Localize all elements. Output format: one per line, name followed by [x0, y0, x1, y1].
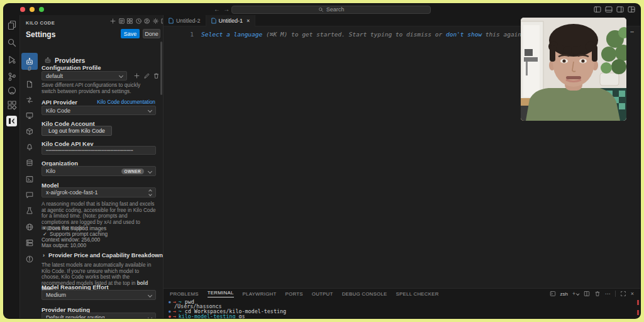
- settings-gear-icon[interactable]: [152, 18, 159, 25]
- robot-icon: [44, 57, 52, 64]
- split-terminal-icon[interactable]: [584, 291, 590, 297]
- divider: [615, 291, 616, 297]
- toggle-secondary-sidebar-icon[interactable]: [616, 6, 624, 13]
- edit-profile-icon[interactable]: [143, 72, 150, 79]
- shell-terminal-icon: [550, 291, 556, 297]
- new-terminal-button[interactable]: +: [572, 291, 579, 297]
- vscode-window: ← → Search KILO CODE: [4, 4, 640, 318]
- close-tab-icon[interactable]: ×: [247, 18, 250, 24]
- config-profile-help: Save different API configurations to qui…: [42, 82, 156, 94]
- panel-more-actions-icon[interactable]: ⋯: [605, 291, 611, 297]
- close-panel-icon[interactable]: ×: [631, 291, 634, 297]
- kilo-docs-link[interactable]: Kilo Code documentation: [97, 99, 155, 105]
- minimize-window-button[interactable]: [30, 7, 35, 12]
- language-hint-line: Select a language (⌘K M) to get started.…: [201, 31, 525, 38]
- account-icon[interactable]: [143, 18, 150, 25]
- explorer-icon[interactable]: [7, 20, 17, 30]
- nav-context-icon[interactable]: [25, 158, 34, 167]
- nav-code-index-icon[interactable]: [25, 96, 34, 104]
- kilo-settings-sidebar: KILO CODE Settings Save Done Providers: [20, 15, 164, 318]
- config-profile-dropdown[interactable]: default: [42, 71, 127, 80]
- panel-tab-playwright[interactable]: PLAYWRIGHT: [243, 291, 277, 297]
- kill-terminal-icon[interactable]: [594, 291, 601, 297]
- nav-mcp-servers-icon[interactable]: [25, 238, 34, 247]
- provider-routing-value: Default provider routing: [46, 314, 105, 318]
- api-key-field[interactable]: ••••••••••••••••••••••••••••••••••••••••…: [42, 146, 156, 155]
- nav-terminal-icon[interactable]: [25, 175, 34, 184]
- search-view-icon[interactable]: [7, 38, 17, 48]
- api-key-masked-value: ••••••••••••••••••••••••••••••••••••••••…: [46, 148, 133, 152]
- customize-layout-icon[interactable]: [628, 6, 635, 13]
- new-task-icon[interactable]: [109, 18, 116, 25]
- model-select[interactable]: x-ai/grok-code-fast-1: [42, 187, 156, 197]
- toggle-primary-sidebar-icon[interactable]: [594, 6, 601, 13]
- nav-notifications-icon[interactable]: [25, 143, 34, 152]
- run-debug-icon[interactable]: [7, 55, 17, 65]
- organization-dropdown[interactable]: Kilo OWNER: [42, 166, 156, 176]
- save-button[interactable]: Save: [121, 29, 140, 38]
- sidebar-title: KILO CODE: [26, 20, 55, 26]
- webcam-overlay: [521, 18, 626, 121]
- nav-display-icon[interactable]: [25, 111, 34, 120]
- price-breakdown-toggle[interactable]: ›Provider Price and Capability Breakdown: [43, 252, 163, 258]
- panel-tab-output[interactable]: OUTPUT: [312, 291, 333, 297]
- nav-browser-icon[interactable]: [25, 127, 34, 136]
- history-back-icon[interactable]: ←: [214, 4, 220, 15]
- scrollbar-error-mark: [637, 310, 639, 315]
- file-icon: [169, 18, 174, 24]
- history-icon[interactable]: [135, 18, 142, 25]
- config-profile-label: Configuration Profile: [42, 64, 101, 71]
- provider-routing-dropdown[interactable]: Default provider routing: [42, 313, 156, 318]
- organization-value: Kilo: [46, 168, 55, 174]
- search-placeholder: Search: [326, 6, 345, 13]
- nav-experimental-icon[interactable]: [25, 206, 34, 215]
- panel-tab-spell-checker[interactable]: SPELL CHECKER: [396, 291, 439, 297]
- max-output-line: Max output: 10,000: [42, 242, 86, 248]
- settings-page-title: Settings: [26, 30, 55, 39]
- logout-button[interactable]: Log out from Kilo Code: [42, 126, 112, 136]
- nav-auto-approve-icon[interactable]: [25, 64, 34, 73]
- reasoning-effort-dropdown[interactable]: Medium: [42, 290, 156, 300]
- source-control-icon[interactable]: [7, 72, 17, 82]
- history-forward-icon[interactable]: →: [223, 4, 230, 15]
- owner-badge: OWNER: [121, 169, 144, 174]
- extensions-icon[interactable]: [7, 100, 17, 110]
- nav-checkpoints-icon[interactable]: [25, 80, 34, 89]
- select-language-link[interactable]: Select a language: [201, 31, 262, 38]
- maximize-panel-icon[interactable]: [620, 291, 626, 297]
- model-value: x-ai/grok-code-fast-1: [46, 189, 98, 196]
- line-number: 1: [186, 31, 194, 38]
- panel-tab-ports[interactable]: PORTS: [286, 291, 303, 297]
- zoom-window-button[interactable]: [39, 7, 44, 12]
- tab-untitled-2[interactable]: Untitled-2: [164, 15, 206, 26]
- editor-more-actions-icon[interactable]: ⋯: [630, 28, 634, 35]
- terminal-output[interactable]: ●→~pwd /Users/hassoncs ●→~cd Workspaces/…: [169, 299, 628, 318]
- nav-about-icon[interactable]: [25, 255, 34, 264]
- tab-label: Untitled-2: [176, 18, 201, 24]
- panel-tab-debug-console[interactable]: DEBUG CONSOLE: [342, 291, 387, 297]
- panel-tab-problems[interactable]: PROBLEMS: [170, 291, 199, 297]
- kilo-code-icon[interactable]: [6, 116, 17, 126]
- config-profile-value: default: [46, 73, 63, 79]
- toggle-panel-icon[interactable]: [605, 6, 613, 13]
- panel-tab-terminal[interactable]: TERMINAL: [208, 290, 234, 297]
- tab-untitled-1[interactable]: Untitled-1 ×: [206, 15, 256, 26]
- api-provider-dropdown[interactable]: Kilo Code: [42, 106, 156, 115]
- delete-profile-icon[interactable]: [153, 72, 160, 79]
- marketplace-icon[interactable]: [126, 18, 133, 25]
- task-list-icon[interactable]: [118, 18, 125, 25]
- done-button[interactable]: Done: [143, 29, 160, 38]
- nav-language-icon[interactable]: [25, 223, 34, 231]
- file-icon: [211, 18, 216, 24]
- scrollbar-error-mark: [637, 300, 639, 305]
- close-window-button[interactable]: [20, 7, 25, 12]
- nav-prompts-icon[interactable]: [25, 191, 34, 199]
- github-icon[interactable]: [7, 86, 17, 96]
- chevron-right-icon: ›: [43, 252, 45, 258]
- dont-show-link[interactable]: don't show: [446, 31, 482, 38]
- search-icon: [318, 7, 324, 13]
- api-provider-value: Kilo Code: [46, 108, 70, 114]
- command-center-search[interactable]: Search: [231, 6, 431, 14]
- sidebar-scrollbar[interactable]: [160, 42, 162, 95]
- add-profile-icon[interactable]: [133, 72, 140, 79]
